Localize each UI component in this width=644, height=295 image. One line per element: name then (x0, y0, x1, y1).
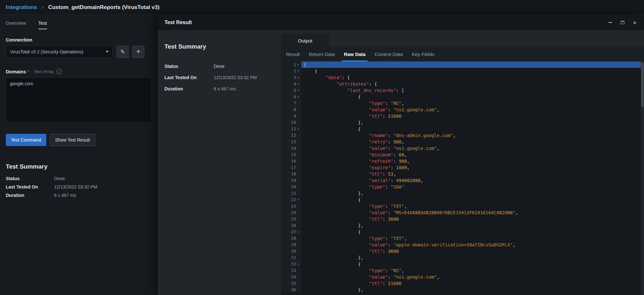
fold-arrow-icon[interactable]: ▾ (296, 197, 302, 203)
code-line[interactable]: 11▾ { (281, 126, 644, 132)
code-line[interactable]: 5▾ "last_dns_records": [ (281, 87, 644, 94)
line-gutter: 31 (281, 254, 302, 261)
line-gutter: 27▾ (281, 229, 302, 235)
code-line[interactable]: 36 }, (281, 287, 644, 293)
subtab-key-fields[interactable]: Key Fields (407, 47, 439, 61)
code-line[interactable]: 28 "type": "TXT", (281, 235, 644, 242)
line-gutter: 18 (281, 171, 302, 177)
close-button[interactable]: × (630, 18, 639, 27)
tab-overview[interactable]: Overview (6, 20, 26, 29)
code-text: "minimum": 60, (302, 152, 644, 158)
domains-input[interactable]: google.com (6, 78, 152, 123)
code-text: "value": "ns1.google.com", (302, 145, 644, 152)
code-line[interactable]: 10 }, (281, 119, 644, 126)
line-number: 35 (291, 280, 296, 287)
code-line[interactable]: 17 "expire": 1800, (281, 164, 644, 171)
code-line[interactable]: 13 "retry": 900, (281, 139, 644, 145)
line-gutter: 15 (281, 152, 302, 158)
code-line[interactable]: 9 "ttl": 21600 (281, 113, 644, 119)
maximize-button[interactable] (618, 18, 627, 27)
code-line[interactable]: 14 "value": "ns1.google.com", (281, 145, 644, 152)
line-number: 1 (294, 61, 296, 68)
fold-arrow-icon[interactable]: ▾ (296, 261, 302, 267)
connection-dropdown[interactable]: VirusTotal v3 2 (Security Operations) (6, 46, 113, 58)
line-gutter: 11▾ (281, 126, 302, 132)
code-line[interactable]: 4▾ "attributes": { (281, 81, 644, 87)
code-line[interactable]: 31 }, (281, 254, 644, 261)
summary-row: Duration6 s 467 ms (6, 193, 150, 198)
code-text: "ttl": 53, (302, 171, 644, 177)
code-line[interactable]: 3▾ "data": { (281, 74, 644, 81)
code-line[interactable]: 35 "ttl": 21600 (281, 280, 644, 287)
code-line[interactable]: 16 "refresh": 900, (281, 158, 644, 164)
code-line[interactable]: 6▾ { (281, 94, 644, 100)
modal-test-summary: Test Summary StatusDoneLast Tested On12/… (158, 30, 281, 295)
modal-summary-title: Test Summary (164, 43, 281, 50)
fold-arrow-icon[interactable]: ▾ (296, 61, 302, 68)
fold-arrow-icon[interactable]: ▾ (296, 87, 302, 94)
code-line[interactable]: 25 "ttl": 3600 (281, 216, 644, 222)
fold-arrow-icon[interactable]: ▾ (296, 81, 302, 87)
minimize-button[interactable] (606, 18, 614, 27)
fold-arrow-icon[interactable]: ▾ (296, 68, 302, 74)
code-line[interactable]: 21 }, (281, 190, 644, 197)
code-line[interactable]: 19 "serial": 494682080, (281, 177, 644, 184)
fold-arrow-icon[interactable]: ▾ (296, 229, 302, 235)
tab-output[interactable]: Output (281, 34, 329, 47)
code-line[interactable]: 29 "value": "apple-domain-verification=3… (281, 242, 644, 248)
code-line[interactable]: 20 "type": "SOA" (281, 184, 644, 190)
code-line[interactable]: 34 "value": "ns1.google.com", (281, 274, 644, 280)
code-line[interactable]: 32▾ { (281, 261, 644, 267)
show-test-result-button[interactable]: Show Test Result (50, 134, 95, 146)
code-text: "ttl": 21600 (302, 113, 644, 119)
code-line[interactable]: 2▾ { (281, 68, 644, 74)
code-line[interactable]: 22▾ { (281, 197, 644, 203)
code-line[interactable]: 24 "value": "MS=E4A68B9AB2BB9670BCE15412… (281, 209, 644, 216)
code-text: "ttl": 3600 (302, 216, 644, 222)
code-text: "serial": 494682080, (302, 177, 644, 184)
code-text: "type": "NS", (302, 100, 644, 106)
tab-test[interactable]: Test (38, 20, 47, 29)
line-number: 9 (294, 113, 296, 119)
code-line[interactable]: 26 }, (281, 222, 644, 229)
left-panel: OverviewTest Connection VirusTotal v3 2 … (0, 15, 158, 295)
subtab-result[interactable]: Result (282, 47, 304, 61)
fold-arrow-icon[interactable]: ▾ (296, 126, 302, 132)
line-gutter: 5▾ (281, 87, 302, 94)
test-command-button[interactable]: Test Command (6, 134, 46, 146)
code-line[interactable]: 15 "minimum": 60, (281, 152, 644, 158)
editor-scrollbar[interactable] (641, 61, 644, 295)
code-line[interactable]: 27▾ { (281, 229, 644, 235)
code-line[interactable]: 33 "type": "NS", (281, 267, 644, 274)
subtab-raw-data[interactable]: Raw Data (339, 47, 370, 61)
code-line[interactable]: 12 "rname": "dns-admin.google.com", (281, 132, 644, 139)
code-text: { (302, 229, 644, 235)
breadcrumb-integrations-link[interactable]: Integrations (6, 4, 37, 11)
output-tabbar: Output (281, 30, 644, 47)
code-line[interactable]: 23 "type": "TXT", (281, 203, 644, 209)
code-line[interactable]: 18 "ttl": 53, (281, 171, 644, 177)
line-gutter: 33 (281, 267, 302, 274)
connection-row: VirusTotal v3 2 (Security Operations) ✎ … (6, 46, 158, 58)
subtab-return-data[interactable]: Return Data (304, 47, 340, 61)
line-number: 24 (291, 209, 296, 216)
scrollbar-thumb[interactable] (641, 62, 644, 107)
fold-arrow-icon[interactable]: ▾ (296, 74, 302, 81)
maximize-icon (621, 21, 624, 24)
code-text: [ (302, 61, 644, 68)
domains-field-label-row: Domains * - Text Array i (6, 69, 158, 74)
subtab-context-data[interactable]: Context Data (370, 47, 407, 61)
code-line[interactable]: 8 "value": "ns2.google.com", (281, 106, 644, 113)
add-connection-button[interactable]: + (132, 46, 145, 58)
info-icon[interactable]: i (56, 69, 62, 74)
line-gutter: 19 (281, 177, 302, 184)
code-line[interactable]: 7 "type": "NS", (281, 100, 644, 106)
line-gutter: 8 (281, 106, 302, 113)
line-gutter: 34 (281, 274, 302, 280)
fold-arrow-icon[interactable]: ▾ (296, 94, 302, 100)
edit-connection-button[interactable]: ✎ (117, 46, 129, 58)
code-line[interactable]: 1▾[ (281, 61, 644, 68)
minimize-icon (609, 22, 612, 23)
line-number: 2 (294, 68, 296, 74)
code-line[interactable]: 30 "ttl": 3600 (281, 248, 644, 254)
